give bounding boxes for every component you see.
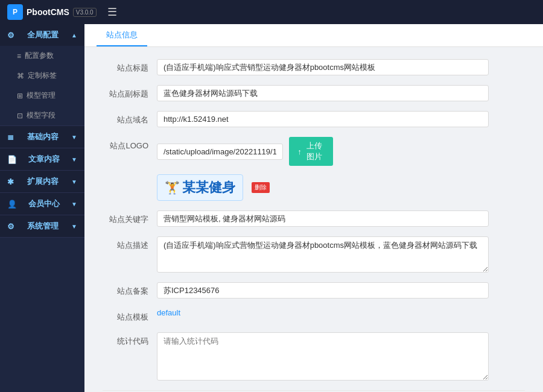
sidebar-section-article-content: 📄 文章内容 ▼	[0, 148, 84, 171]
config-params-label: 配置参数	[25, 51, 54, 61]
app-title: PbootCMS	[27, 7, 69, 17]
chevron-up-icon: ▲	[71, 32, 77, 39]
label-site-filing: 站点备案	[103, 282, 157, 297]
label-site-keywords: 站点关键字	[103, 210, 157, 225]
logo-preview: 🏋 某某健身 删除	[157, 174, 270, 201]
main-layout: ⚙ 全局配置 ▲ ≡ 配置参数 ⌘ 定制标签 ⊞ 模型管理 ⊡ 模型字段	[0, 24, 543, 392]
content-site-desc	[157, 236, 525, 273]
chevron-down-icon-member: ▼	[71, 201, 77, 207]
sidebar-item-system-manage[interactable]: ⚙ 系统管理 ▼	[0, 215, 84, 237]
logo-preview-image: 🏋 某某健身	[157, 174, 243, 201]
sidebar-section-site-config: ⚙ 全局配置 ▲ ≡ 配置参数 ⌘ 定制标签 ⊞ 模型管理 ⊡ 模型字段	[0, 24, 84, 126]
article-content-icon: 📄	[7, 155, 17, 164]
row-stat-code: 统计代码	[103, 332, 525, 381]
logo-delete-badge[interactable]: 删除	[252, 182, 270, 193]
sidebar-item-basic-content[interactable]: ≣ 基础内容 ▼	[0, 126, 84, 148]
logo-dumbbell-icon: 🏋	[165, 180, 180, 195]
model-manage-label: 模型管理	[27, 90, 56, 101]
input-site-logo-path[interactable]	[157, 144, 283, 160]
row-site-filing: 站点备案	[103, 282, 525, 299]
sidebar-item-config-params[interactable]: ≡ 配置参数	[0, 46, 84, 66]
system-manage-icon: ⚙	[7, 222, 14, 231]
content-site-logo: ↑ 上传图片 🏋 某某健身 删除	[157, 137, 525, 201]
version-badge: V3.0.0	[73, 8, 97, 17]
menu-toggle-icon[interactable]: ☰	[107, 5, 117, 19]
sidebar-section-member-center: 👤 会员中心 ▼	[0, 193, 84, 215]
sidebar-item-article-content[interactable]: 📄 文章内容 ▼	[0, 148, 84, 170]
label-site-logo: 站点LOGO	[103, 137, 157, 151]
logo-icon: P	[7, 4, 23, 20]
content-site-title	[157, 59, 525, 75]
ext-content-label: 扩展内容	[27, 176, 59, 187]
basic-content-label: 基础内容	[27, 131, 59, 142]
content-site-icon	[157, 85, 525, 101]
ext-content-icon: ✱	[7, 177, 14, 186]
site-config-label: 全局配置	[27, 30, 59, 40]
row-site-domain: 站点域名	[103, 111, 525, 127]
label-site-desc: 站点描述	[103, 236, 157, 251]
template-link[interactable]: default	[157, 308, 180, 317]
row-site-logo: 站点LOGO ↑ 上传图片 🏋 某某健身 删除	[103, 137, 525, 201]
row-site-template: 站点模板 default	[103, 308, 525, 323]
upload-btn-label: 上传图片	[305, 141, 325, 162]
input-site-keywords[interactable]	[157, 210, 489, 227]
label-site-icon: 站点副标题	[103, 85, 157, 100]
tab-site-info[interactable]: 站点信息	[97, 25, 147, 46]
basic-content-icon: ≣	[7, 133, 14, 142]
tab-header: 站点信息	[84, 24, 543, 47]
sidebar-section-basic-content: ≣ 基础内容 ▼	[0, 126, 84, 148]
sidebar-item-member-center[interactable]: 👤 会员中心 ▼	[0, 193, 84, 215]
sidebar-section-ext-content: ✱ 扩展内容 ▼	[0, 171, 84, 193]
sidebar-item-custom-tags[interactable]: ⌘ 定制标签	[0, 66, 84, 86]
input-stat-code[interactable]	[157, 332, 489, 381]
input-site-icon[interactable]	[157, 85, 489, 101]
row-site-desc: 站点描述	[103, 236, 525, 273]
input-site-title[interactable]	[157, 59, 489, 75]
chevron-down-icon-system: ▼	[71, 223, 77, 230]
content-site-template: default	[157, 308, 525, 317]
input-site-domain[interactable]	[157, 111, 489, 127]
content-stat-code	[157, 332, 525, 381]
model-fields-icon: ⊡	[17, 112, 23, 120]
row-site-title: 站点标题	[103, 59, 525, 75]
form-divider	[103, 390, 525, 391]
sidebar-item-model-manage[interactable]: ⊞ 模型管理	[0, 86, 84, 106]
input-site-desc[interactable]	[157, 236, 489, 273]
sidebar-item-model-fields[interactable]: ⊡ 模型字段	[0, 106, 84, 125]
logo-area: P PbootCMS V3.0.0	[7, 4, 97, 20]
content-site-filing	[157, 282, 525, 299]
model-manage-icon: ⊞	[17, 92, 23, 100]
upload-image-button[interactable]: ↑ 上传图片	[289, 137, 332, 166]
label-site-template: 站点模板	[103, 308, 157, 323]
sidebar-item-ext-content[interactable]: ✱ 扩展内容 ▼	[0, 171, 84, 192]
row-site-keywords: 站点关键字	[103, 210, 525, 227]
chevron-down-icon-ext: ▼	[71, 179, 77, 185]
input-site-filing[interactable]	[157, 282, 489, 299]
logo-main-text: 某某健身	[182, 179, 235, 197]
member-center-label: 会员中心	[28, 198, 60, 209]
label-site-title: 站点标题	[103, 59, 157, 74]
upload-icon: ↑	[297, 147, 302, 156]
sidebar: ⚙ 全局配置 ▲ ≡ 配置参数 ⌘ 定制标签 ⊞ 模型管理 ⊡ 模型字段	[0, 24, 84, 392]
row-site-icon: 站点副标题	[103, 85, 525, 101]
sidebar-section-system-manage: ⚙ 系统管理 ▼	[0, 215, 84, 238]
model-fields-label: 模型字段	[27, 110, 56, 121]
content-site-domain	[157, 111, 525, 127]
chevron-down-icon-basic: ▼	[71, 134, 77, 141]
chevron-down-icon-article: ▼	[71, 156, 77, 163]
site-config-icon: ⚙	[7, 31, 14, 40]
config-params-icon: ≡	[17, 52, 21, 60]
label-site-domain: 站点域名	[103, 111, 157, 125]
content-area: 站点信息 站点标题 站点副标题 站点域名	[84, 24, 543, 392]
custom-tags-label: 定制标签	[28, 71, 57, 81]
topbar: P PbootCMS V3.0.0 ☰	[0, 0, 543, 24]
system-manage-label: 系统管理	[27, 221, 59, 232]
member-center-icon: 👤	[7, 200, 17, 209]
content-site-keywords	[157, 210, 525, 227]
article-content-label: 文章内容	[28, 154, 60, 165]
form-area: 站点标题 站点副标题 站点域名 站点LOGO	[84, 47, 543, 392]
label-stat-code: 统计代码	[103, 332, 157, 347]
custom-tags-icon: ⌘	[17, 72, 24, 80]
sidebar-item-site-config[interactable]: ⚙ 全局配置 ▲	[0, 24, 84, 46]
